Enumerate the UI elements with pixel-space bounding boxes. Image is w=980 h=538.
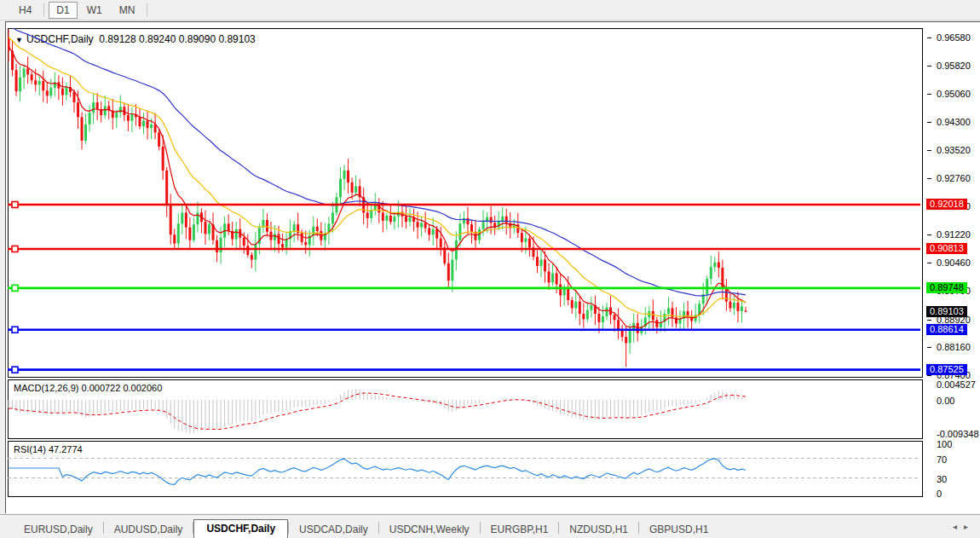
chart-tab-usdcad[interactable]: USDCAD,Daily	[289, 521, 378, 538]
level-price-badge: 0.90813	[926, 243, 967, 254]
mt4-terminal: H4D1W1MN ▼USDCHF,Daily 0.89128 0.89240 0…	[0, 0, 980, 538]
chart-tab-usdcnh[interactable]: USDCNH,Weekly	[379, 521, 480, 538]
chart-ohlc-values: 0.89128 0.89240 0.89090 0.89103	[99, 33, 256, 45]
chart-symbol-label: USDCHF,Daily	[26, 33, 94, 45]
level-price-badge: 0.88614	[926, 324, 967, 335]
level-price-badge: 0.89748	[926, 282, 967, 293]
price-chart-panel[interactable]: ▼USDCHF,Daily 0.89128 0.89240 0.89090 0.…	[8, 28, 923, 378]
chart-window: ▼USDCHF,Daily 0.89128 0.89240 0.89090 0.…	[5, 21, 980, 513]
price-axis-tick	[927, 94, 931, 95]
price-axis-tick	[927, 150, 931, 151]
macd-panel[interactable]: MACD(12,26,9) 0.000722 0.002060	[8, 379, 923, 439]
tab-scroll-left-icon[interactable]: ◂	[953, 522, 964, 531]
timeframe-button-mn[interactable]: MN	[112, 2, 143, 19]
macd-axis-label: -0.009348	[937, 429, 979, 439]
price-axis-tick	[927, 66, 931, 67]
macd-axis-label: 0.00	[937, 396, 954, 406]
tab-lead-space	[0, 515, 14, 538]
timeframe-button-w1[interactable]: W1	[79, 2, 110, 19]
price-axis-tick	[927, 38, 931, 38]
current-price-badge: 0.89103	[926, 306, 967, 317]
price-axis-label: 0.91220	[937, 229, 971, 240]
rsi-label: RSI(14) 47.2774	[14, 444, 83, 454]
price-axis-tick	[927, 347, 931, 348]
chart-tab-bar: EURUSD,DailyAUDUSD,DailyUSDCHF,DailyUSDC…	[0, 514, 980, 538]
timeframe-toolbar: H4D1W1MN	[0, 0, 980, 20]
timeframe-button-d1[interactable]: D1	[49, 2, 77, 19]
chart-tab-eurgbp[interactable]: EURGBP,H1	[481, 521, 559, 538]
price-axis-tick	[927, 320, 931, 321]
level-price-badge: 0.92018	[926, 199, 967, 210]
rsi-axis-label: 70	[937, 454, 947, 465]
price-axis-tick	[927, 263, 931, 263]
toolbar-separator	[43, 3, 44, 17]
level-price-badge: 0.87525	[926, 364, 967, 375]
price-axis-tick	[927, 234, 931, 235]
price-axis-label: 0.92760	[937, 173, 971, 183]
price-axis-tick	[927, 375, 931, 376]
price-axis-label: 0.95820	[937, 61, 971, 71]
macd-axis-label: 0.004527	[937, 379, 976, 390]
tab-scroll-arrows[interactable]: ◂▸	[953, 522, 975, 531]
price-axis-tick	[927, 122, 931, 123]
chart-tab-gbpusd[interactable]: GBPUSD,H1	[639, 521, 718, 538]
macd-label: MACD(12,26,9) 0.000722 0.002060	[14, 383, 162, 393]
price-axis-tick	[927, 178, 931, 179]
price-axis-label: 0.95060	[937, 89, 971, 99]
price-axis-label: 0.94300	[937, 117, 971, 127]
rsi-axis-label: 30	[937, 474, 947, 484]
tab-scroll-right-icon[interactable]: ▸	[964, 522, 975, 531]
rsi-panel[interactable]: RSI(14) 47.2774	[8, 441, 923, 497]
chart-tab-nzdusd[interactable]: NZDUSD,H1	[559, 521, 638, 538]
timeframe-button-h4[interactable]: H4	[11, 2, 39, 19]
rsi-axis-label: 100	[937, 439, 952, 449]
rsi-axis-label: 0	[937, 489, 942, 499]
symbol-dropdown-icon[interactable]: ▼	[15, 36, 23, 44]
price-axis-label: 0.96580	[937, 32, 971, 43]
price-axis-label: 0.90460	[937, 257, 971, 268]
chart-title: ▼USDCHF,Daily 0.89128 0.89240 0.89090 0.…	[15, 33, 256, 45]
chart-tab-eurusd[interactable]: EURUSD,Daily	[14, 521, 103, 538]
toolbar-separator	[147, 3, 147, 17]
chart-tab-usdchf[interactable]: USDCHF,Daily	[193, 519, 288, 538]
price-axis-label: 0.93520	[937, 145, 971, 155]
chart-tab-audusd[interactable]: AUDUSD,Daily	[104, 521, 193, 538]
price-axis-label: 0.88160	[937, 342, 971, 352]
